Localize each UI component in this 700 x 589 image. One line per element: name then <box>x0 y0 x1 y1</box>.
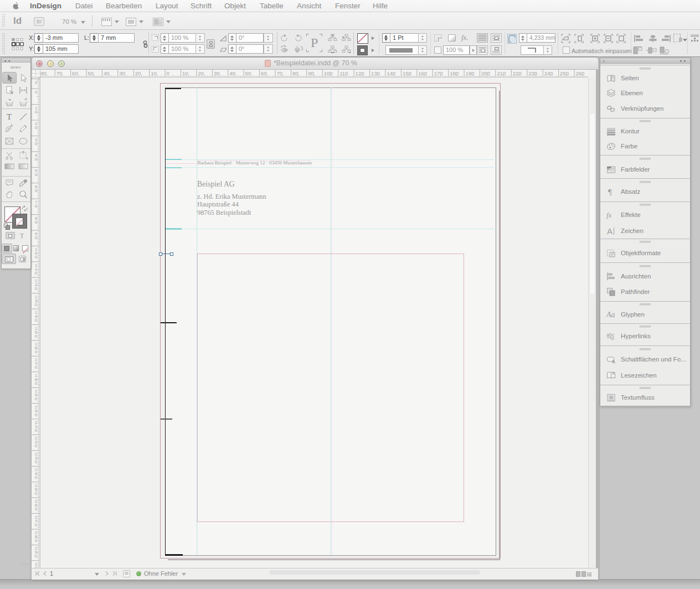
svg-text:0: 0 <box>35 220 38 225</box>
svg-text:130: 130 <box>371 70 380 76</box>
svg-text:0: 0 <box>35 507 38 512</box>
svg-text:0: 0 <box>35 110 38 115</box>
svg-text:0: 0 <box>35 396 38 401</box>
svg-text:0: 0 <box>35 428 38 433</box>
svg-text:abc: abc <box>606 332 615 338</box>
svg-text:0: 0 <box>35 235 38 240</box>
svg-text:0: 0 <box>35 381 38 386</box>
svg-text:0: 0 <box>35 459 38 464</box>
svg-text:10: 10 <box>151 70 157 76</box>
svg-text:140: 140 <box>387 70 396 76</box>
svg-text:0: 0 <box>35 538 38 543</box>
svg-text:190: 190 <box>466 70 475 76</box>
svg-text:260: 260 <box>576 70 585 76</box>
svg-text:210: 210 <box>497 70 506 76</box>
svg-text:0: 0 <box>35 271 38 276</box>
svg-text:230: 230 <box>528 70 537 76</box>
svg-text:0: 0 <box>35 365 38 370</box>
svg-text:0: 0 <box>35 90 38 95</box>
svg-text:Aa: Aa <box>606 311 615 319</box>
svg-text:250: 250 <box>560 70 569 76</box>
svg-text:0: 0 <box>35 318 38 323</box>
svg-text:170: 170 <box>434 70 443 76</box>
svg-text:0: 0 <box>35 286 38 291</box>
svg-text:50: 50 <box>245 70 251 76</box>
svg-text:60: 60 <box>261 70 267 76</box>
svg-text:20: 20 <box>198 70 204 76</box>
svg-text:0: 0 <box>35 443 38 448</box>
svg-text:0: 0 <box>35 412 38 417</box>
svg-text:0: 0 <box>35 554 38 559</box>
svg-text:0: 0 <box>35 475 38 480</box>
svg-text:0: 0 <box>35 80 38 85</box>
svg-text:30: 30 <box>214 70 220 76</box>
svg-text:150: 150 <box>403 70 411 76</box>
svg-text:0: 0 <box>35 188 38 193</box>
svg-text:0: 0 <box>167 70 169 76</box>
svg-text:80: 80 <box>40 70 47 76</box>
svg-text:120: 120 <box>356 70 364 76</box>
svg-text:0: 0 <box>35 125 38 130</box>
svg-text:0: 0 <box>35 334 38 339</box>
svg-text:0: 0 <box>35 491 38 496</box>
svg-text:0: 0 <box>35 204 38 209</box>
svg-text:40: 40 <box>104 70 110 76</box>
svg-text:10: 10 <box>182 70 188 76</box>
svg-text:40: 40 <box>229 70 235 76</box>
svg-text:200: 200 <box>481 70 490 76</box>
svg-text:180: 180 <box>450 70 459 76</box>
svg-text:20: 20 <box>135 70 141 76</box>
svg-text:80: 80 <box>292 70 298 76</box>
svg-text:100: 100 <box>324 70 333 76</box>
svg-text:160: 160 <box>418 70 427 76</box>
svg-text:0: 0 <box>35 523 38 528</box>
svg-text:¶: ¶ <box>608 188 612 197</box>
svg-text:70: 70 <box>56 70 63 76</box>
svg-text:0: 0 <box>35 157 38 162</box>
svg-text:110: 110 <box>339 70 348 76</box>
svg-text:0: 0 <box>35 349 38 354</box>
svg-text:0: 0 <box>35 141 38 146</box>
svg-text:240: 240 <box>544 70 553 76</box>
svg-text:fx: fx <box>606 211 612 219</box>
svg-text:30: 30 <box>119 70 125 76</box>
svg-text:90: 90 <box>308 70 314 76</box>
svg-text:0: 0 <box>35 302 38 307</box>
svg-text:60: 60 <box>72 70 78 76</box>
svg-text:220: 220 <box>513 70 522 76</box>
svg-text:50: 50 <box>88 70 94 76</box>
svg-text:0: 0 <box>35 255 38 260</box>
svg-text:0: 0 <box>35 172 38 177</box>
svg-text:A: A <box>607 226 612 236</box>
svg-text:70: 70 <box>277 70 283 76</box>
